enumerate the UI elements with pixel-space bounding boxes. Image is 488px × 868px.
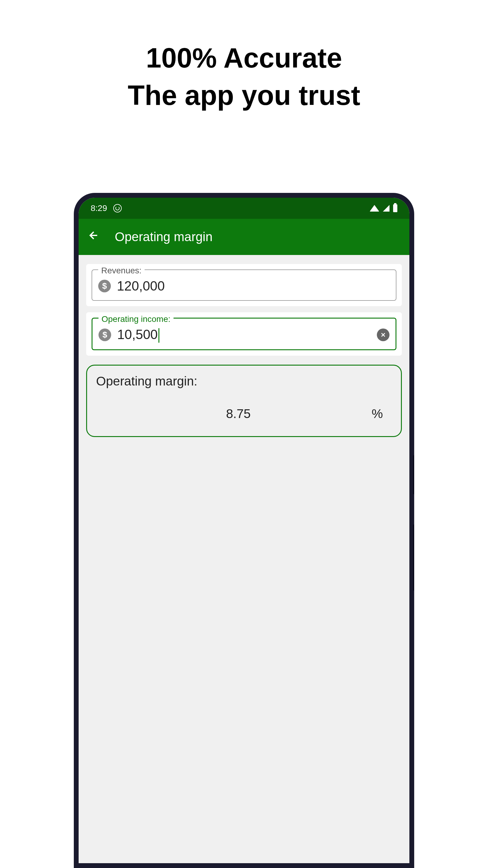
dollar-icon: $ [98,280,111,292]
revenues-label: Revenues: [98,266,144,276]
status-bar-left: 8:29 [91,204,122,213]
back-button[interactable] [88,229,100,244]
phone-frame: 8:29 Operating margin Revenues: [74,193,414,868]
revenues-value: 120,000 [117,278,390,293]
operating-income-value: 10,500 [117,327,371,343]
status-bar-right [369,204,397,212]
app-bar: Operating margin [78,219,410,255]
revenues-field[interactable]: Revenues: $ 120,000 [92,270,396,301]
promo-headline: 100% Accurate The app you trust [0,0,488,114]
clear-button[interactable] [377,329,390,341]
result-value: 8.75 [105,407,372,421]
phone-screen: 8:29 Operating margin Revenues: [78,198,410,863]
phone-power-button [413,455,414,494]
result-row: 8.75 % [96,407,392,421]
status-time: 8:29 [91,204,107,213]
wifi-icon [369,205,379,212]
content-area: Revenues: $ 120,000 Operating income: $ … [78,255,410,446]
app-title: Operating margin [115,230,213,244]
revenues-card: Revenues: $ 120,000 [86,264,402,306]
operating-income-label: Operating income: [98,314,173,324]
phone-volume-button [413,524,414,591]
operating-income-card: Operating income: $ 10,500 [86,312,402,355]
signal-icon [383,205,390,212]
battery-icon [393,204,397,212]
sync-icon [113,204,122,213]
dollar-icon: $ [98,329,111,341]
promo-line2: The app you trust [0,76,488,114]
status-bar: 8:29 [78,198,410,219]
result-label: Operating margin: [96,374,392,389]
operating-income-field[interactable]: Operating income: $ 10,500 [92,318,396,350]
result-unit: % [372,407,383,421]
result-card: Operating margin: 8.75 % [86,365,402,437]
text-cursor [158,328,159,343]
promo-line1: 100% Accurate [0,39,488,76]
